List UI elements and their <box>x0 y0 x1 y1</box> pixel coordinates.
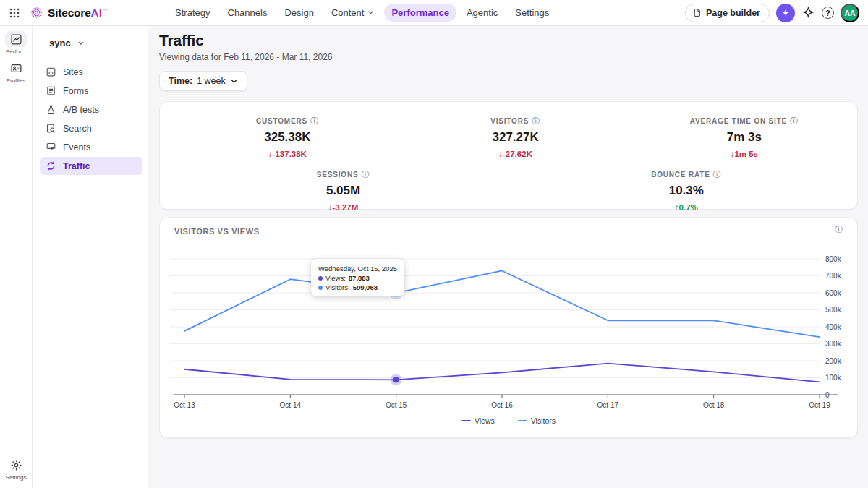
tooltip-views-row: Views: 87,883 <box>318 274 397 282</box>
metric-delta: ↓-3.27M <box>317 203 370 212</box>
help-button[interactable]: ? <box>822 7 834 19</box>
search-doc-icon <box>46 123 56 134</box>
metric-value: 7m 3s <box>690 130 799 145</box>
x-axis-label: Oct 13 <box>174 401 195 409</box>
info-icon[interactable]: ⓘ <box>835 226 843 234</box>
page-icon <box>692 8 702 17</box>
metric-label: AVERAGE TIME ON SITE <box>690 117 787 125</box>
y-axis-label: 100k <box>825 374 842 382</box>
sidebar-item-search[interactable]: Search <box>40 119 142 137</box>
sidebar-item-forms[interactable]: Forms <box>40 82 142 100</box>
click-cursor-icon <box>46 142 56 153</box>
main-content: Traffic Viewing data for Feb 11, 2026 - … <box>148 26 868 488</box>
main-nav: Strategy Channels Design Content Perform… <box>168 4 556 22</box>
performance-sidebar: sync Sites Forms A/B tests S <box>33 26 148 488</box>
brand-name: Sitecore <box>48 7 91 19</box>
nav-strategy[interactable]: Strategy <box>168 4 217 22</box>
info-icon[interactable]: ⓘ <box>361 171 370 179</box>
views-dot-icon <box>318 276 323 281</box>
chart-tooltip: Wednesday, Oct 15, 2025 Views: 87,883 Vi… <box>311 259 404 296</box>
app-launcher-button[interactable] <box>7 6 22 20</box>
nav-channels[interactable]: Channels <box>221 4 275 22</box>
rail-label-profiles: Profiles <box>1 77 31 84</box>
info-icon[interactable]: ⓘ <box>532 117 540 125</box>
nav-agentic[interactable]: Agentic <box>459 4 505 22</box>
x-axis-label: Oct 16 <box>491 401 513 409</box>
nav-settings[interactable]: Settings <box>508 4 556 22</box>
nav-design[interactable]: Design <box>277 4 320 22</box>
metric-value: 327.27K <box>490 130 540 145</box>
chevron-down-icon <box>77 40 85 47</box>
metric-delta: ↑0.7% <box>651 203 721 212</box>
gear-icon <box>5 457 27 473</box>
traffic-line-chart[interactable]: 0100k200k300k400k500k600k700k800kOct 13O… <box>160 247 859 414</box>
sidebar-item-sites[interactable]: Sites <box>40 63 142 81</box>
y-axis-label: 200k <box>825 357 842 365</box>
sidebar-item-label: Events <box>63 142 90 153</box>
sidebar-item-events[interactable]: Events <box>40 138 142 156</box>
sidebar-item-traffic[interactable]: Traffic <box>40 157 142 175</box>
chart-title: VISITORS VS VIEWS <box>174 227 260 236</box>
visitors-swatch-icon <box>518 420 527 421</box>
views-swatch-icon <box>461 420 471 421</box>
y-axis-label: 300k <box>825 340 842 348</box>
time-filter-button[interactable]: Time: 1 week <box>159 71 247 91</box>
x-axis-label: Oct 17 <box>597 401 619 409</box>
user-avatar[interactable]: AA <box>841 4 859 22</box>
workspace-name: sync <box>49 38 71 48</box>
chevron-down-icon <box>367 9 374 16</box>
date-range-subtitle: Viewing data for Feb 11, 2026 - Mar 11, … <box>159 52 858 62</box>
performance-chart-icon <box>5 31 27 47</box>
sitecore-halftone-icon <box>30 7 43 19</box>
info-icon[interactable]: ⓘ <box>310 117 319 125</box>
copilot-button[interactable] <box>801 6 815 20</box>
time-filter-label: Time: <box>169 76 192 86</box>
rail-item-profiles[interactable]: Profiles <box>1 60 31 84</box>
views-marker <box>393 377 399 382</box>
nav-content[interactable]: Content <box>324 4 382 22</box>
rail-item-settings[interactable]: Settings <box>1 457 31 481</box>
sparkle-icon <box>780 8 791 18</box>
sidebar-item-ab-tests[interactable]: A/B tests <box>40 100 142 119</box>
info-icon[interactable]: ⓘ <box>713 171 722 179</box>
chart-legend: Views Visitors <box>160 416 857 426</box>
x-axis-label: Oct 15 <box>386 401 407 409</box>
top-bar: SitecoreAI™ Strategy Channels Design Con… <box>0 0 868 26</box>
rail-item-performance[interactable]: Perfor... <box>1 31 31 55</box>
rail-label-settings: Settings <box>1 474 31 481</box>
sitecore-ai-logo[interactable]: SitecoreAI™ <box>30 7 107 20</box>
y-axis-label: 800k <box>825 255 842 263</box>
page-title: Traffic <box>159 32 858 49</box>
traffic-metrics-card: CUSTOMERSⓘ 325.38K ↓-137.38K VISITORSⓘ 3… <box>159 101 858 210</box>
y-axis-label: 700k <box>825 272 842 280</box>
visitors-dot-icon <box>318 286 323 290</box>
metric-average-time-on-site: AVERAGE TIME ON SITEⓘ 7m 3s ↓1m 5s <box>690 117 799 158</box>
nav-performance[interactable]: Performance <box>384 4 456 22</box>
metric-label: BOUNCE RATE <box>651 171 710 179</box>
sites-icon <box>46 67 56 77</box>
tooltip-visitors-row: Visitors: 599,068 <box>318 283 397 291</box>
rail-label-performance: Perfor... <box>1 48 31 55</box>
legend-visitors[interactable]: Visitors <box>514 416 560 426</box>
sparkle-outline-icon <box>801 6 815 20</box>
metric-label: CUSTOMERS <box>256 117 307 125</box>
ai-assistant-button[interactable] <box>776 4 795 22</box>
metric-value: 325.38K <box>256 130 319 145</box>
icon-rail: Perfor... Profiles Settings <box>0 26 33 488</box>
flask-icon <box>46 104 56 115</box>
time-filter-value: 1 week <box>197 76 226 86</box>
profiles-card-icon <box>5 60 27 76</box>
sidebar-item-label: Sites <box>63 67 83 77</box>
metric-customers: CUSTOMERSⓘ 325.38K ↓-137.38K <box>256 117 319 158</box>
app-grid-icon <box>9 8 20 18</box>
brand-suffix: AI <box>91 7 103 19</box>
traffic-sync-icon <box>46 160 56 171</box>
info-icon[interactable]: ⓘ <box>790 117 799 125</box>
workspace-selector[interactable]: sync <box>49 38 85 48</box>
page-builder-button[interactable]: Page builder <box>685 4 770 22</box>
x-axis-label: Oct 18 <box>703 401 725 409</box>
metric-label: SESSIONS <box>317 171 359 179</box>
legend-views[interactable]: Views <box>457 416 499 426</box>
y-axis-label: 500k <box>825 306 842 314</box>
metric-sessions: SESSIONSⓘ 5.05M ↓-3.27M <box>317 171 370 212</box>
